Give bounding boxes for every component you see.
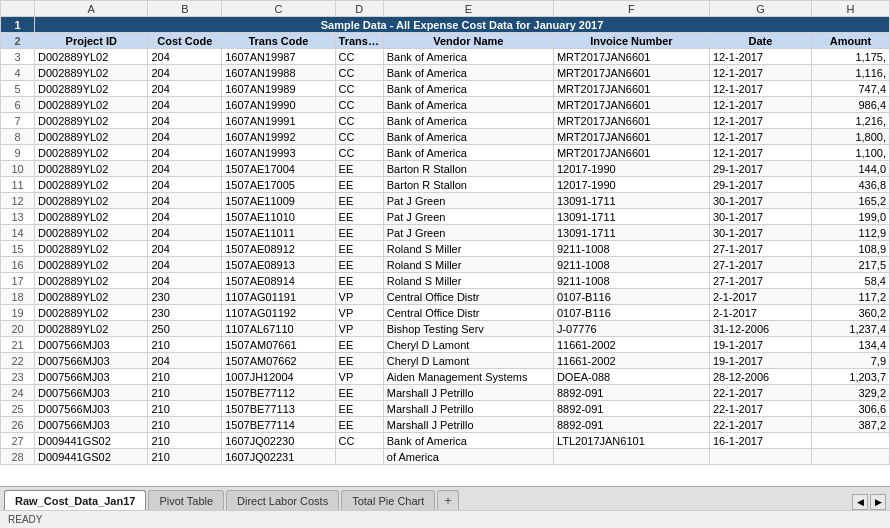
cell-20-G[interactable]: 31-12-2006: [709, 321, 811, 337]
cell-25-D[interactable]: EE: [335, 401, 383, 417]
cell-22-C[interactable]: 1507AM07662: [222, 353, 335, 369]
cell-19-D[interactable]: VP: [335, 305, 383, 321]
cell-17-E[interactable]: Roland S Miller: [383, 273, 553, 289]
cell-19-G[interactable]: 2-1-2017: [709, 305, 811, 321]
cell-23-D[interactable]: VP: [335, 369, 383, 385]
cell-5-H[interactable]: 747,4: [811, 81, 889, 97]
cell-22-D[interactable]: EE: [335, 353, 383, 369]
table-row[interactable]: 17D002889YL022041507AE08914EERoland S Mi…: [1, 273, 890, 289]
cell-12-C[interactable]: 1507AE11009: [222, 193, 335, 209]
cell-27-G[interactable]: 16-1-2017: [709, 433, 811, 449]
cell-18-C[interactable]: 1107AG01191: [222, 289, 335, 305]
cell-26-B[interactable]: 210: [148, 417, 222, 433]
table-row[interactable]: 11D002889YL022041507AE17005EEBarton R St…: [1, 177, 890, 193]
cell-10-B[interactable]: 204: [148, 161, 222, 177]
cell-11-D[interactable]: EE: [335, 177, 383, 193]
cell-7-E[interactable]: Bank of America: [383, 113, 553, 129]
cell-5-B[interactable]: 204: [148, 81, 222, 97]
cell-17-G[interactable]: 27-1-2017: [709, 273, 811, 289]
cell-15-E[interactable]: Roland S Miller: [383, 241, 553, 257]
cell-9-F[interactable]: MRT2017JAN6601: [553, 145, 709, 161]
cell-8-G[interactable]: 12-1-2017: [709, 129, 811, 145]
cell-16-A[interactable]: D002889YL02: [35, 257, 148, 273]
cell-11-A[interactable]: D002889YL02: [35, 177, 148, 193]
table-row[interactable]: 27D009441GS022101607JQ02230CCBank of Ame…: [1, 433, 890, 449]
col-header-E[interactable]: E: [383, 1, 553, 17]
cell-28-D[interactable]: [335, 449, 383, 465]
table-row[interactable]: 19D002889YL022301107AG01192VPCentral Off…: [1, 305, 890, 321]
cell-19-A[interactable]: D002889YL02: [35, 305, 148, 321]
cell-28-B[interactable]: 210: [148, 449, 222, 465]
cell-3-C[interactable]: 1607AN19987: [222, 49, 335, 65]
cell-10-A[interactable]: D002889YL02: [35, 161, 148, 177]
cell-24-G[interactable]: 22-1-2017: [709, 385, 811, 401]
cell-6-F[interactable]: MRT2017JAN6601: [553, 97, 709, 113]
cell-17-B[interactable]: 204: [148, 273, 222, 289]
table-row[interactable]: 20D002889YL022501107AL67110VPBishop Test…: [1, 321, 890, 337]
cell-14-C[interactable]: 1507AE11011: [222, 225, 335, 241]
cell-24-H[interactable]: 329,2: [811, 385, 889, 401]
cell-6-H[interactable]: 986,4: [811, 97, 889, 113]
cell-13-A[interactable]: D002889YL02: [35, 209, 148, 225]
cell-12-D[interactable]: EE: [335, 193, 383, 209]
cell-28-E[interactable]: of America: [383, 449, 553, 465]
cell-8-F[interactable]: MRT2017JAN6601: [553, 129, 709, 145]
cell-23-H[interactable]: 1,203,7: [811, 369, 889, 385]
cell-22-G[interactable]: 19-1-2017: [709, 353, 811, 369]
cell-5-D[interactable]: CC: [335, 81, 383, 97]
cell-11-H[interactable]: 436,8: [811, 177, 889, 193]
cell-26-E[interactable]: Marshall J Petrillo: [383, 417, 553, 433]
cell-3-E[interactable]: Bank of America: [383, 49, 553, 65]
cell-25-C[interactable]: 1507BE77113: [222, 401, 335, 417]
cell-21-H[interactable]: 134,4: [811, 337, 889, 353]
cell-11-G[interactable]: 29-1-2017: [709, 177, 811, 193]
cell-17-C[interactable]: 1507AE08914: [222, 273, 335, 289]
cell-17-D[interactable]: EE: [335, 273, 383, 289]
cell-5-E[interactable]: Bank of America: [383, 81, 553, 97]
tab-pivot-table[interactable]: Pivot Table: [148, 490, 224, 510]
cell-11-B[interactable]: 204: [148, 177, 222, 193]
table-row[interactable]: 14D002889YL022041507AE11011EEPat J Green…: [1, 225, 890, 241]
table-row[interactable]: 9D002889YL022041607AN19993CCBank of Amer…: [1, 145, 890, 161]
cell-28-A[interactable]: D009441GS02: [35, 449, 148, 465]
cell-20-B[interactable]: 250: [148, 321, 222, 337]
cell-20-F[interactable]: J-07776: [553, 321, 709, 337]
cell-8-B[interactable]: 204: [148, 129, 222, 145]
cell-20-C[interactable]: 1107AL67110: [222, 321, 335, 337]
cell-25-G[interactable]: 22-1-2017: [709, 401, 811, 417]
cell-6-A[interactable]: D002889YL02: [35, 97, 148, 113]
cell-11-F[interactable]: 12017-1990: [553, 177, 709, 193]
cell-28-F[interactable]: [553, 449, 709, 465]
cell-10-F[interactable]: 12017-1990: [553, 161, 709, 177]
cell-13-H[interactable]: 199,0: [811, 209, 889, 225]
cell-13-F[interactable]: 13091-1711: [553, 209, 709, 225]
cell-13-G[interactable]: 30-1-2017: [709, 209, 811, 225]
cell-25-H[interactable]: 306,6: [811, 401, 889, 417]
cell-3-F[interactable]: MRT2017JAN6601: [553, 49, 709, 65]
cell-13-C[interactable]: 1507AE11010: [222, 209, 335, 225]
cell-20-E[interactable]: Bishop Testing Serv: [383, 321, 553, 337]
cell-18-D[interactable]: VP: [335, 289, 383, 305]
cell-23-A[interactable]: D007566MJ03: [35, 369, 148, 385]
cell-4-F[interactable]: MRT2017JAN6601: [553, 65, 709, 81]
cell-22-H[interactable]: 7,9: [811, 353, 889, 369]
col-header-B[interactable]: B: [148, 1, 222, 17]
cell-8-E[interactable]: Bank of America: [383, 129, 553, 145]
cell-22-B[interactable]: 204: [148, 353, 222, 369]
cell-21-D[interactable]: EE: [335, 337, 383, 353]
cell-19-F[interactable]: 0107-B116: [553, 305, 709, 321]
cell-8-H[interactable]: 1,800,: [811, 129, 889, 145]
cell-4-E[interactable]: Bank of America: [383, 65, 553, 81]
cell-19-E[interactable]: Central Office Distr: [383, 305, 553, 321]
tab-direct-labor[interactable]: Direct Labor Costs: [226, 490, 339, 510]
cell-23-G[interactable]: 28-12-2006: [709, 369, 811, 385]
cell-27-A[interactable]: D009441GS02: [35, 433, 148, 449]
cell-25-E[interactable]: Marshall J Petrillo: [383, 401, 553, 417]
cell-15-A[interactable]: D002889YL02: [35, 241, 148, 257]
tab-total-pie-chart[interactable]: Total Pie Chart: [341, 490, 435, 510]
cell-22-F[interactable]: 11661-2002: [553, 353, 709, 369]
cell-5-F[interactable]: MRT2017JAN6601: [553, 81, 709, 97]
tab-raw-cost-data[interactable]: Raw_Cost_Data_Jan17: [4, 490, 146, 510]
cell-18-A[interactable]: D002889YL02: [35, 289, 148, 305]
tab-add-button[interactable]: +: [437, 490, 459, 510]
